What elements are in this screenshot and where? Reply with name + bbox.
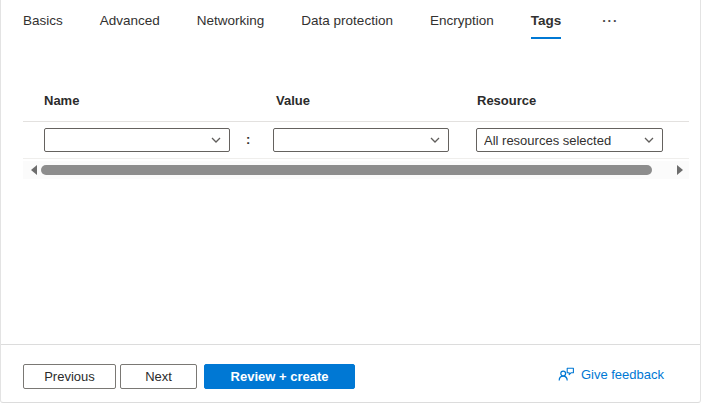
review-create-button[interactable]: Review + create [204, 364, 355, 389]
footer-divider [1, 344, 701, 345]
header-divider [23, 121, 689, 122]
tag-resource-combobox[interactable]: All resources selected [476, 128, 663, 152]
column-header-name: Name [44, 93, 79, 108]
chevron-down-icon [643, 134, 655, 146]
chevron-down-icon [429, 134, 441, 146]
scroll-left-arrow-icon[interactable] [31, 165, 37, 175]
wizard-tab-strip: Basics Advanced Networking Data protecti… [23, 13, 622, 39]
scroll-right-arrow-icon[interactable] [677, 165, 683, 175]
next-button[interactable]: Next [120, 364, 197, 389]
tag-name-combobox[interactable] [44, 128, 230, 152]
give-feedback-label: Give feedback [581, 367, 664, 382]
tags-tab-panel: Basics Advanced Networking Data protecti… [0, 0, 701, 403]
chevron-down-icon [210, 134, 222, 146]
feedback-icon [558, 366, 575, 383]
scrollbar-thumb[interactable] [41, 165, 652, 175]
give-feedback-link[interactable]: Give feedback [558, 366, 664, 383]
tabs-overflow-ellipsis-icon[interactable]: ··· [598, 13, 622, 29]
tab-tags[interactable]: Tags [531, 13, 562, 39]
tab-data-protection[interactable]: Data protection [301, 13, 393, 39]
tab-advanced[interactable]: Advanced [100, 13, 160, 39]
tab-networking[interactable]: Networking [197, 13, 265, 39]
row-divider [23, 158, 689, 159]
tab-encryption[interactable]: Encryption [430, 13, 494, 39]
name-value-separator: : [246, 132, 250, 147]
column-header-value: Value [276, 93, 310, 108]
column-header-resource: Resource [477, 93, 536, 108]
tag-value-combobox[interactable] [273, 128, 449, 152]
previous-button[interactable]: Previous [23, 364, 116, 389]
tag-resource-value: All resources selected [484, 133, 611, 148]
horizontal-scrollbar[interactable] [23, 161, 689, 179]
tab-basics[interactable]: Basics [23, 13, 63, 39]
